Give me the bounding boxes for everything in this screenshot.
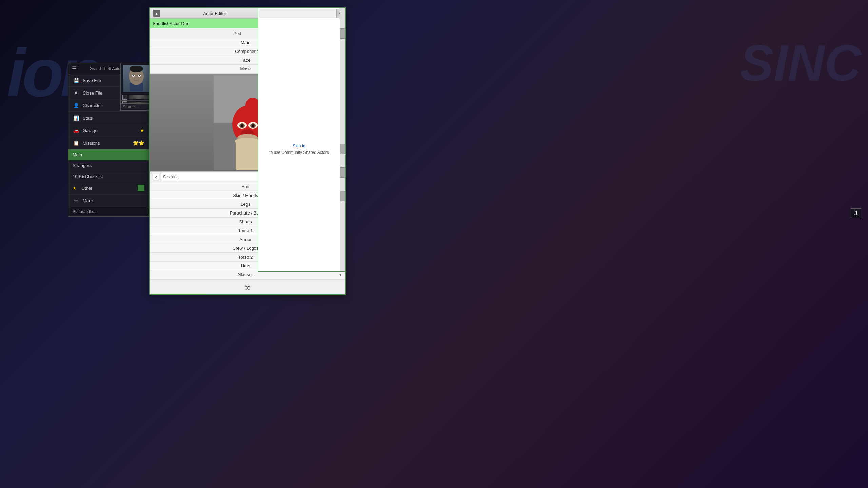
scrollbar-thumb-3[interactable] bbox=[340, 167, 345, 178]
character-icon: 👤 bbox=[73, 102, 79, 109]
char-preview-image bbox=[123, 65, 150, 92]
svg-point-6 bbox=[133, 75, 134, 76]
strangers-label: Strangers bbox=[73, 163, 144, 168]
weapon-item-1: ✓ bbox=[121, 94, 150, 100]
sign-in-link[interactable]: Sign In bbox=[265, 144, 333, 148]
other-badge bbox=[138, 185, 144, 191]
sign-in-text: to use Community Shared Actors bbox=[269, 150, 329, 155]
menu-item-more[interactable]: ☰ More bbox=[68, 195, 149, 207]
stats-label: Stats bbox=[83, 116, 144, 121]
window-app-icon: ▲ bbox=[153, 10, 160, 17]
close-file-icon: ✕ bbox=[73, 89, 79, 96]
actor-editor-title: Actor Editor bbox=[160, 11, 270, 16]
save-icon: 💾 bbox=[73, 77, 79, 84]
menu-item-other[interactable]: ★ Other bbox=[68, 182, 149, 195]
garage-icon: 🚗 bbox=[73, 127, 79, 134]
status-bar: Status: Idle... bbox=[68, 207, 149, 216]
menu-item-missions[interactable]: 📋 Missions 🌟⭐ bbox=[68, 137, 149, 149]
missions-label: Missions bbox=[83, 141, 130, 146]
status-text: Status: Idle... bbox=[73, 209, 96, 214]
search-input[interactable] bbox=[120, 103, 151, 111]
biohazard-icon: ☣ bbox=[244, 282, 251, 292]
missions-icon: 📋 bbox=[73, 140, 79, 146]
menu-item-stats[interactable]: 📊 Stats bbox=[68, 112, 149, 124]
stats-icon: 📊 bbox=[73, 115, 79, 121]
search-container bbox=[120, 103, 151, 111]
scrollbar-thumb-2[interactable] bbox=[340, 144, 345, 154]
menu-icon: ☰ bbox=[72, 65, 77, 72]
svg-point-7 bbox=[139, 75, 140, 76]
community-panel: ▼ Sign In to use Community Shared Actors bbox=[258, 7, 346, 272]
other-star-icon: ★ bbox=[73, 186, 77, 191]
community-dropdown-value[interactable] bbox=[259, 9, 336, 18]
menu-item-strangers[interactable]: Strangers bbox=[68, 160, 149, 171]
char-preview-svg bbox=[124, 66, 148, 92]
bg-text-right: SINC bbox=[740, 34, 861, 93]
scrollbar-thumb-4[interactable] bbox=[340, 191, 345, 201]
main-label: Main bbox=[73, 152, 144, 157]
num-badge-text: .1 bbox=[854, 210, 858, 216]
community-scrollbar[interactable] bbox=[340, 8, 345, 271]
scrollbar-thumb-1[interactable] bbox=[340, 28, 345, 39]
more-icon: ☰ bbox=[73, 197, 79, 204]
checklist-label: 100% Checklist bbox=[73, 174, 144, 179]
number-badge: .1 bbox=[851, 208, 861, 218]
section-glasses-label: Glasses bbox=[153, 272, 338, 277]
community-sign-in-section: Sign In to use Community Shared Actors bbox=[258, 137, 340, 162]
garage-label: Garage bbox=[83, 128, 137, 133]
menu-item-checklist[interactable]: 100% Checklist bbox=[68, 171, 149, 182]
svg-point-19 bbox=[241, 124, 243, 127]
star-badge: ★ bbox=[140, 128, 144, 133]
weapon-check-1[interactable]: ✓ bbox=[122, 95, 127, 100]
weapon-image-1 bbox=[129, 95, 149, 99]
community-dropdown-row: ▼ bbox=[258, 8, 345, 19]
menu-item-main[interactable]: Main bbox=[68, 149, 149, 160]
char-preview-panel: ✓ ✓ bbox=[120, 63, 151, 107]
more-label: More bbox=[83, 198, 144, 203]
biohazard-row: ☣ bbox=[150, 279, 345, 294]
mask-checkbox[interactable]: ✓ bbox=[153, 174, 159, 180]
missions-badge: 🌟⭐ bbox=[133, 140, 144, 146]
svg-point-23 bbox=[235, 138, 260, 145]
section-glasses-arrow: ▼ bbox=[338, 272, 342, 277]
menu-item-garage[interactable]: 🚗 Garage ★ bbox=[68, 124, 149, 137]
svg-point-20 bbox=[252, 124, 254, 127]
other-label: Other bbox=[81, 186, 134, 191]
